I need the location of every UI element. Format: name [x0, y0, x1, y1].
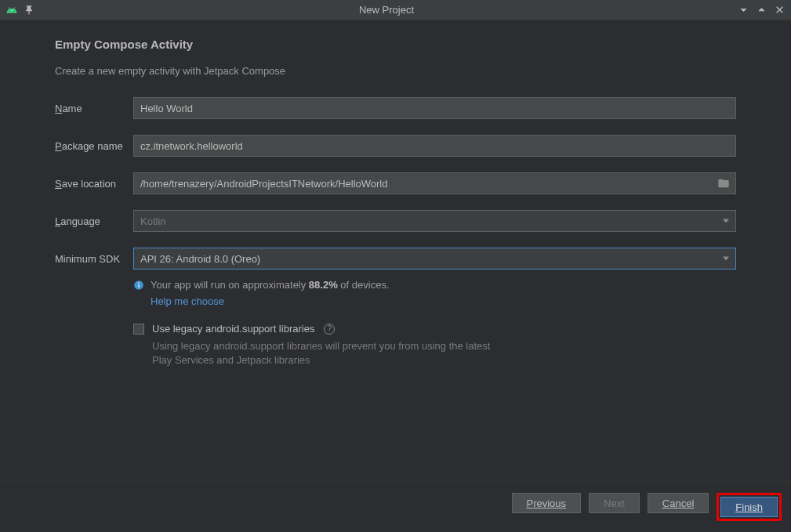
- svg-point-4: [138, 282, 140, 284]
- android-icon: [6, 5, 17, 16]
- minsdk-row: Minimum SDK API 26: Android 8.0 (Oreo): [55, 248, 736, 270]
- finish-button[interactable]: Finish: [720, 497, 778, 517]
- package-row: Package name: [55, 135, 736, 157]
- chevron-down-icon: [723, 219, 729, 223]
- language-value: Kotlin: [140, 215, 166, 227]
- content-area: Empty Compose Activity Create a new empt…: [0, 20, 791, 481]
- window-title: New Project: [34, 4, 738, 16]
- name-row: Name: [55, 97, 736, 119]
- info-icon: [133, 280, 144, 291]
- package-label: Package name: [55, 140, 133, 152]
- chevron-up-icon[interactable]: [757, 5, 767, 15]
- minsdk-label: Minimum SDK: [55, 253, 133, 265]
- package-input[interactable]: [133, 135, 736, 157]
- minsdk-value: API 26: Android 8.0 (Oreo): [140, 253, 260, 265]
- legacy-label: Use legacy android.support libraries: [152, 323, 314, 335]
- next-button: Next: [589, 493, 640, 513]
- folder-icon[interactable]: [717, 177, 730, 190]
- info-text: Your app will run on approximately 88.2%…: [151, 279, 390, 291]
- chevron-down-icon[interactable]: [738, 5, 749, 15]
- minsdk-select[interactable]: API 26: Android 8.0 (Oreo): [133, 248, 736, 270]
- pin-icon[interactable]: [24, 5, 34, 16]
- name-input[interactable]: [133, 97, 736, 119]
- title-bar: New Project: [0, 0, 791, 20]
- cancel-button[interactable]: Cancel: [648, 493, 709, 513]
- info-section: Your app will run on approximately 88.2%…: [133, 279, 736, 307]
- language-row: Language Kotlin: [55, 210, 736, 232]
- page-subtitle: Create a new empty activity with Jetpack…: [55, 65, 736, 77]
- help-icon[interactable]: ?: [324, 324, 335, 335]
- legacy-section: Use legacy android.support libraries ? U…: [133, 323, 736, 367]
- legacy-desc: Using legacy android.support libraries w…: [152, 339, 497, 367]
- location-label: Save location: [55, 178, 133, 190]
- page-title: Empty Compose Activity: [55, 38, 736, 51]
- name-label: Name: [55, 103, 133, 114]
- language-select: Kotlin: [133, 210, 736, 232]
- language-label: Language: [55, 215, 133, 227]
- svg-rect-3: [138, 284, 139, 288]
- location-row: Save location: [55, 172, 736, 194]
- location-input[interactable]: [133, 172, 736, 194]
- previous-button[interactable]: Previous: [512, 493, 582, 513]
- close-icon[interactable]: [775, 5, 785, 15]
- chevron-down-icon: [723, 257, 729, 261]
- legacy-checkbox[interactable]: [133, 324, 144, 335]
- help-choose-link[interactable]: Help me choose: [151, 295, 736, 307]
- finish-highlight: Finish: [717, 493, 782, 521]
- footer-bar: Previous Next Cancel Finish: [0, 481, 791, 532]
